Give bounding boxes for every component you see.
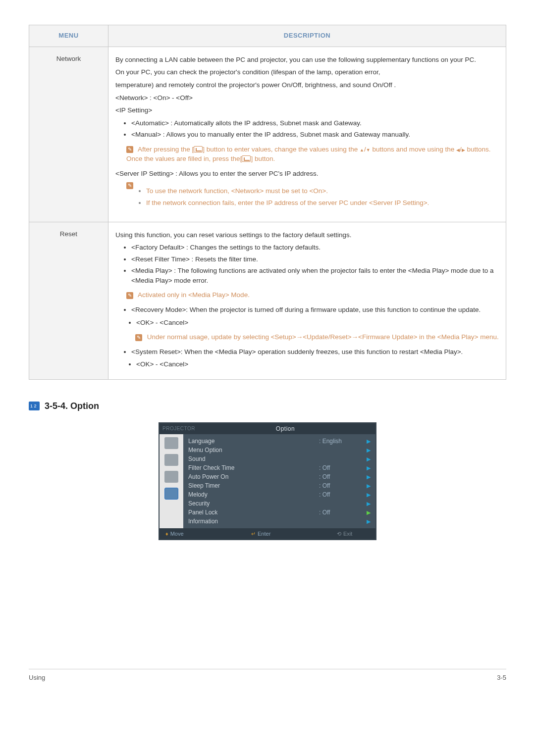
osd-row: Auto Power On: Off▶ xyxy=(188,473,371,482)
osd-row-label: Sleep Timer xyxy=(188,482,319,490)
chevron-right-icon: ▶ xyxy=(364,518,371,526)
osd-screenshot: PROJECTOR Option Language: English▶Menu … xyxy=(29,422,506,540)
row-label-network: Network xyxy=(29,47,108,222)
sub-bullet-list: <OK> - <Cancel> xyxy=(129,318,499,328)
osd-sidebar-icons xyxy=(160,434,183,528)
note-text: Under normal usage, update by selecting … xyxy=(147,333,499,341)
osd-row: Information▶ xyxy=(188,517,371,526)
text: <Network> : <On> - <Off> xyxy=(115,93,499,103)
up-arrow-icon xyxy=(360,146,364,153)
move-glyph-icon: ♦ xyxy=(165,531,168,537)
table-row: Reset Using this function, you can reset… xyxy=(29,222,506,379)
osd-row: Filter Check Time: Off▶ xyxy=(188,464,371,473)
note-block: ✎ Activated only in <Media Play> Mode. xyxy=(126,290,499,300)
osd-row: Language: English▶ xyxy=(188,437,371,446)
osd-row-value: : Off xyxy=(319,482,364,490)
bullet: <Factory Default> : Changes the settings… xyxy=(131,243,499,252)
page-footer-right: 3-5 xyxy=(497,673,506,683)
osd-footer: ♦Move ↵Enter ⟲Exit xyxy=(160,528,375,539)
osd-row: Panel Lock: Off▶ xyxy=(188,508,371,517)
note-text: After pressing the [] button to enter va… xyxy=(126,146,491,163)
osd-row-label: Information xyxy=(188,517,319,526)
osd-nav-icon xyxy=(164,437,178,449)
text: On your PC, you can check the projector'… xyxy=(115,67,499,77)
note-list: ✎ To use the network function, <Network>… xyxy=(126,182,499,212)
row-label-reset: Reset xyxy=(29,222,108,379)
osd-row-label: Panel Lock xyxy=(188,508,319,517)
osd-row-label: Menu Option xyxy=(188,446,319,454)
osd-row-value: : Off xyxy=(319,464,364,472)
osd-footer-enter: Enter xyxy=(258,531,270,537)
chevron-right-icon: ▶ xyxy=(364,455,371,463)
chevron-right-icon: ▶ xyxy=(364,447,371,454)
bullet: <Recovery Mode>: When the projector is t… xyxy=(131,305,499,315)
page-footer: Using 3-5 xyxy=(29,669,506,683)
col-description-header: DESCRIPTION xyxy=(108,25,506,47)
enter-button-icon xyxy=(242,155,251,162)
sub-bullet: <OK> - <Cancel> xyxy=(136,318,499,328)
section-icon xyxy=(29,402,40,410)
note-text: Activated only in <Media Play> Mode. xyxy=(138,291,250,299)
exit-glyph-icon: ⟲ xyxy=(337,531,341,537)
note-bullet: To use the network function, <Network> m… xyxy=(146,186,429,196)
row-desc-reset: Using this function, you can reset vario… xyxy=(108,222,506,379)
menu-description-table: MENU DESCRIPTION Network By connecting a… xyxy=(29,25,506,380)
chevron-right-icon: ▶ xyxy=(364,464,371,472)
osd-nav-icon xyxy=(164,454,178,466)
osd-row-label: Sound xyxy=(188,455,319,463)
section-title: 3-5-4. Option xyxy=(45,400,99,412)
col-menu-header: MENU xyxy=(29,25,108,47)
osd-title: Option xyxy=(195,423,375,434)
osd-row: Security▶ xyxy=(188,500,371,508)
page-footer-left: Using xyxy=(29,673,45,683)
text: temperature) and remotely control the pr… xyxy=(115,80,499,90)
section-heading: 3-5-4. Option xyxy=(29,400,506,412)
row-desc-network: By connecting a LAN cable between the PC… xyxy=(108,47,506,222)
enter-button-icon xyxy=(194,146,203,152)
osd-option-list: Language: English▶Menu Option▶Sound▶Filt… xyxy=(183,434,375,528)
bullet: <Reset Filter Time> : Resets the filter … xyxy=(131,254,499,264)
note-block: ✎ Under normal usage, update by selectin… xyxy=(135,332,499,342)
osd-row: Sound▶ xyxy=(188,455,371,464)
enter-glyph-icon: ↵ xyxy=(251,531,256,537)
chevron-right-icon: ▶ xyxy=(364,500,371,508)
bullet: <Media Play> : The following functions a… xyxy=(131,266,499,285)
sub-bullet-list: <OK> - <Cancel> xyxy=(129,359,499,369)
chevron-right-icon: ▶ xyxy=(364,491,371,499)
osd-row-label: Language xyxy=(188,437,319,446)
osd-row-label: Filter Check Time xyxy=(188,464,319,472)
text: Using this function, you can reset vario… xyxy=(115,230,499,240)
chevron-right-icon: ▶ xyxy=(364,438,371,446)
osd-row-label: Melody xyxy=(188,491,319,499)
text: <IP Setting> xyxy=(115,105,499,115)
down-arrow-icon xyxy=(366,146,371,153)
note-icon: ✎ xyxy=(126,182,133,189)
osd-row: Menu Option▶ xyxy=(188,446,371,455)
osd-projector-label: PROJECTOR xyxy=(160,423,195,434)
osd-row: Melody: Off▶ xyxy=(188,491,371,500)
bullet-list: <Automatic> : Automatically allots the I… xyxy=(124,118,499,140)
bullet: <Manual> : Allows you to manually enter … xyxy=(131,130,499,140)
left-arrow-icon xyxy=(456,146,460,153)
table-row: Network By connecting a LAN cable betwee… xyxy=(29,47,506,222)
osd-row-label: Auto Power On xyxy=(188,473,319,481)
note-icon: ✎ xyxy=(126,146,133,153)
osd-row-value: : Off xyxy=(319,473,364,481)
note-block: ✎ After pressing the [] button to enter … xyxy=(126,145,499,164)
osd-nav-icon-selected xyxy=(164,488,178,500)
note-icon: ✎ xyxy=(126,292,133,299)
note-bullet: If the network connection fails, enter t… xyxy=(146,198,429,208)
osd-row-label: Security xyxy=(188,500,319,508)
bullet: <Automatic> : Automatically allots the I… xyxy=(131,118,499,128)
sub-bullet: <OK> - <Cancel> xyxy=(136,359,499,369)
text: By connecting a LAN cable between the PC… xyxy=(115,55,499,65)
chevron-right-icon: ▶ xyxy=(364,509,371,517)
bullet-list: <Factory Default> : Changes the settings… xyxy=(124,243,499,285)
bullet: <System Reset>: When the <Media Play> op… xyxy=(131,347,499,357)
chevron-right-icon: ▶ xyxy=(364,482,371,490)
bullet-list: <System Reset>: When the <Media Play> op… xyxy=(124,347,499,357)
osd-nav-icon xyxy=(164,471,178,483)
chevron-right-icon: ▶ xyxy=(364,473,371,481)
right-arrow-icon xyxy=(462,146,465,153)
note-icon: ✎ xyxy=(135,334,142,341)
